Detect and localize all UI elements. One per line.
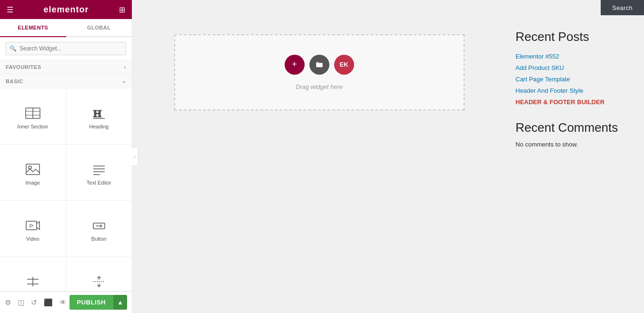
- settings-icon[interactable]: ⚙: [5, 298, 11, 307]
- top-search-button[interactable]: Search: [601, 0, 644, 15]
- video-label: Video: [26, 236, 40, 242]
- canvas-section: + EK Drag widget here: [174, 34, 465, 110]
- widget-image[interactable]: Image: [0, 145, 66, 201]
- tab-elements[interactable]: ELEMENTS: [0, 19, 66, 37]
- panel-header: ☰ elementor ⊞: [0, 0, 132, 19]
- favourites-section[interactable]: FAVOURITES ›: [0, 60, 132, 74]
- top-search-bar: Search: [132, 0, 644, 15]
- list-item: Elementor #552: [515, 52, 634, 60]
- button-label: Button: [91, 236, 107, 242]
- widget-text-editor[interactable]: Text Editor: [66, 145, 132, 201]
- basic-section[interactable]: BASIC ⌄: [0, 74, 132, 88]
- recent-comments-title: Recent Comments: [515, 120, 634, 135]
- canvas: + EK Drag widget here: [132, 15, 506, 313]
- eye-icon[interactable]: 👁: [59, 298, 67, 306]
- svg-text:H: H: [93, 108, 101, 119]
- tab-global[interactable]: GLOBAL: [66, 19, 132, 36]
- list-item: Add Product SKU: [515, 63, 634, 72]
- text-editor-label: Text Editor: [87, 180, 111, 186]
- list-item: HEADER & FOOTER BUILDER: [515, 98, 634, 106]
- widget-button[interactable]: Button: [66, 201, 132, 257]
- spacer-icon: [90, 275, 108, 288]
- hamburger-icon[interactable]: ☰: [7, 5, 13, 14]
- layers-icon[interactable]: ◫: [18, 298, 24, 307]
- bottom-bar: ⚙ ◫ ↺ ⬛ 👁 PUBLISH ▲: [0, 291, 132, 313]
- collapse-handle[interactable]: ‹: [132, 147, 139, 166]
- left-panel: ☰ elementor ⊞ ELEMENTS GLOBAL 🔍 FAVOURIT…: [0, 0, 132, 313]
- search-icon-inner: 🔍: [10, 45, 17, 52]
- publish-dropdown-button[interactable]: ▲: [113, 295, 127, 310]
- publish-button[interactable]: PUBLISH: [69, 295, 114, 310]
- bottom-icons: ⚙ ◫ ↺ ⬛ 👁: [5, 298, 67, 307]
- folder-button[interactable]: [309, 55, 329, 75]
- main-content: Search + EK Drag widget here Recent P: [132, 0, 644, 313]
- recent-posts-list: Elementor #552 Add Product SKU Cart Page…: [515, 52, 634, 106]
- svg-rect-12: [26, 221, 37, 230]
- svg-marker-13: [30, 224, 33, 227]
- responsive-icon[interactable]: ⬛: [44, 298, 53, 307]
- image-label: Image: [25, 180, 40, 186]
- canvas-actions: + EK: [285, 55, 354, 75]
- link-cart-page-template[interactable]: Cart Page Template: [515, 76, 570, 83]
- canvas-area: + EK Drag widget here Recent Posts Eleme…: [132, 15, 644, 313]
- link-add-product-sku[interactable]: Add Product SKU: [515, 64, 564, 71]
- basic-label: BASIC: [6, 78, 23, 84]
- list-item: Header And Footer Style: [515, 86, 634, 95]
- list-item: Cart Page Template: [515, 75, 634, 83]
- basic-chevron: ⌄: [122, 78, 127, 84]
- search-box: 🔍: [0, 37, 132, 60]
- video-icon: [24, 219, 41, 232]
- favourites-arrow: ›: [124, 64, 126, 70]
- button-icon: [90, 219, 108, 232]
- divider-icon: [24, 275, 41, 288]
- widget-video[interactable]: Video: [0, 201, 66, 257]
- heading-label: Heading: [89, 124, 109, 129]
- add-widget-button[interactable]: +: [285, 55, 305, 75]
- publish-group: PUBLISH ▲: [69, 295, 127, 310]
- inner-section-label: Inner Section: [17, 124, 48, 129]
- panel-tabs: ELEMENTS GLOBAL: [0, 19, 132, 37]
- widget-heading[interactable]: H Heading: [66, 88, 132, 145]
- link-header-footer-style[interactable]: Header And Footer Style: [515, 87, 583, 94]
- link-header-footer-builder[interactable]: HEADER & FOOTER BUILDER: [515, 98, 604, 106]
- favourites-label: FAVOURITES: [6, 64, 41, 70]
- grid-icon[interactable]: ⊞: [119, 5, 125, 14]
- search-widget-input[interactable]: [6, 42, 126, 55]
- widgets-grid: Inner Section H Heading Image: [0, 88, 132, 313]
- link-elementor-552[interactable]: Elementor #552: [515, 53, 559, 60]
- inner-section-icon: [24, 107, 41, 120]
- heading-icon: H: [90, 107, 108, 120]
- right-sidebar: Recent Posts Elementor #552 Add Product …: [506, 15, 644, 313]
- recent-posts-title: Recent Posts: [515, 29, 634, 44]
- widget-inner-section[interactable]: Inner Section: [0, 88, 66, 145]
- text-editor-icon: [90, 163, 108, 176]
- image-icon: [24, 163, 41, 176]
- history-icon[interactable]: ↺: [31, 298, 37, 307]
- elementor-logo: elementor: [43, 5, 89, 15]
- ek-button[interactable]: EK: [334, 55, 354, 75]
- drag-hint: Drag widget here: [296, 83, 343, 90]
- svg-rect-6: [26, 164, 40, 175]
- no-comments-text: No comments to show.: [515, 141, 634, 148]
